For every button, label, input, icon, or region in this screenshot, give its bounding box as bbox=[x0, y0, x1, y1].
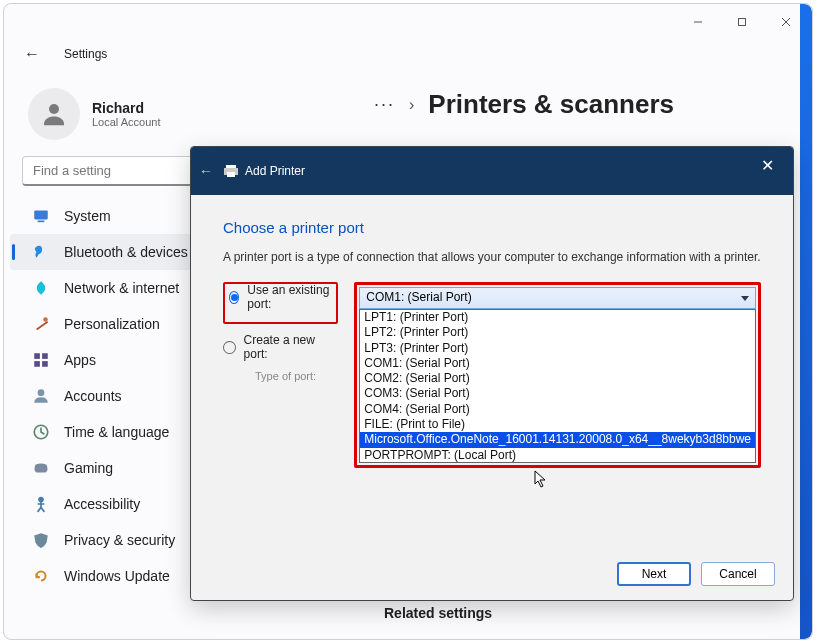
chevron-right-icon: › bbox=[409, 96, 414, 114]
sidebar-icon bbox=[32, 459, 50, 477]
sidebar-item-label: Privacy & security bbox=[64, 532, 175, 548]
sidebar-icon bbox=[32, 207, 50, 225]
dialog-back-icon[interactable]: ← bbox=[199, 163, 213, 179]
port-listbox[interactable]: LPT1: (Printer Port)LPT2: (Printer Port)… bbox=[359, 309, 756, 463]
combo-value: COM1: (Serial Port) bbox=[366, 290, 471, 304]
sidebar-item-label: Apps bbox=[64, 352, 96, 368]
sidebar-icon bbox=[32, 351, 50, 369]
search-placeholder: Find a setting bbox=[33, 163, 111, 178]
svg-rect-1 bbox=[739, 19, 746, 26]
port-option[interactable]: COM1: (Serial Port) bbox=[360, 356, 755, 371]
dialog-title: Add Printer bbox=[245, 164, 305, 178]
sidebar-icon bbox=[32, 387, 50, 405]
printer-icon bbox=[223, 163, 239, 179]
sidebar-item-label: Bluetooth & devices bbox=[64, 244, 188, 260]
related-settings-heading: Related settings bbox=[384, 605, 492, 621]
add-printer-dialog: ← Add Printer ✕ Choose a printer port A … bbox=[190, 146, 794, 601]
port-option[interactable]: COM3: (Serial Port) bbox=[360, 386, 755, 401]
page-title: Printers & scanners bbox=[428, 89, 674, 120]
sidebar-icon bbox=[32, 279, 50, 297]
header: ← Settings bbox=[4, 40, 812, 68]
svg-rect-10 bbox=[42, 353, 48, 359]
port-option[interactable]: COM2: (Serial Port) bbox=[360, 371, 755, 386]
radio-label: Create a new port: bbox=[244, 333, 339, 361]
dialog-close-button[interactable]: ✕ bbox=[747, 151, 787, 179]
radio-dot-icon bbox=[229, 291, 239, 304]
sidebar-icon bbox=[32, 243, 50, 261]
user-sub: Local Account bbox=[92, 116, 161, 128]
app-title: Settings bbox=[64, 47, 107, 61]
sidebar-item-label: Time & language bbox=[64, 424, 169, 440]
svg-rect-11 bbox=[34, 361, 40, 367]
breadcrumb-more-icon[interactable]: ··· bbox=[374, 94, 395, 115]
sidebar-item-label: Windows Update bbox=[64, 568, 170, 584]
back-arrow-icon[interactable]: ← bbox=[24, 45, 40, 63]
sidebar-item-label: Network & internet bbox=[64, 280, 179, 296]
dialog-description: A printer port is a type of connection t… bbox=[223, 250, 761, 264]
svg-point-15 bbox=[38, 497, 44, 503]
svg-rect-6 bbox=[38, 221, 45, 223]
port-combobox[interactable]: COM1: (Serial Port) bbox=[359, 287, 756, 309]
user-name: Richard bbox=[92, 100, 161, 116]
svg-rect-12 bbox=[42, 361, 48, 367]
window-right-accent bbox=[800, 4, 812, 639]
radio-use-existing-port[interactable]: Use an existing port: bbox=[229, 286, 330, 308]
port-option[interactable]: Microsoft.Office.OneNote_16001.14131.200… bbox=[360, 432, 755, 447]
avatar bbox=[28, 88, 80, 140]
next-button[interactable]: Next bbox=[617, 562, 691, 586]
sidebar-icon bbox=[32, 531, 50, 549]
port-option[interactable]: FILE: (Print to File) bbox=[360, 417, 755, 432]
dialog-titlebar: ← Add Printer ✕ bbox=[191, 147, 793, 195]
radio-label: Use an existing port: bbox=[247, 283, 330, 311]
port-option[interactable]: LPT2: (Printer Port) bbox=[360, 325, 755, 340]
cancel-button[interactable]: Cancel bbox=[701, 562, 775, 586]
sidebar-item-label: Gaming bbox=[64, 460, 113, 476]
svg-point-4 bbox=[49, 104, 59, 114]
minimize-button[interactable] bbox=[676, 8, 720, 36]
svg-rect-7 bbox=[36, 321, 48, 330]
radio-create-new-port[interactable]: Create a new port: bbox=[223, 336, 338, 358]
radio-dot-icon bbox=[223, 341, 236, 354]
port-option[interactable]: LPT1: (Printer Port) bbox=[360, 310, 755, 325]
sidebar-item-label: Accounts bbox=[64, 388, 122, 404]
port-option[interactable]: LPT3: (Printer Port) bbox=[360, 341, 755, 356]
titlebar bbox=[4, 4, 812, 40]
type-of-port-label: Type of port: bbox=[255, 370, 338, 382]
dialog-heading: Choose a printer port bbox=[223, 219, 761, 236]
svg-rect-9 bbox=[34, 353, 40, 359]
sidebar-icon bbox=[32, 567, 50, 585]
port-option[interactable]: PORTPROMPT: (Local Port) bbox=[360, 448, 755, 463]
breadcrumb: ··· › Printers & scanners bbox=[374, 89, 674, 120]
sidebar-icon bbox=[32, 423, 50, 441]
svg-rect-18 bbox=[227, 172, 235, 177]
svg-point-13 bbox=[38, 389, 45, 396]
svg-rect-5 bbox=[34, 210, 48, 219]
port-option[interactable]: COM4: (Serial Port) bbox=[360, 402, 755, 417]
sidebar-item-label: Personalization bbox=[64, 316, 160, 332]
sidebar-icon bbox=[32, 495, 50, 513]
maximize-button[interactable] bbox=[720, 8, 764, 36]
sidebar-item-label: Accessibility bbox=[64, 496, 140, 512]
settings-window: ← Settings Richard Local Account ··· › P… bbox=[3, 3, 813, 640]
sidebar-item-label: System bbox=[64, 208, 111, 224]
sidebar-icon bbox=[32, 315, 50, 333]
svg-point-8 bbox=[43, 317, 48, 322]
